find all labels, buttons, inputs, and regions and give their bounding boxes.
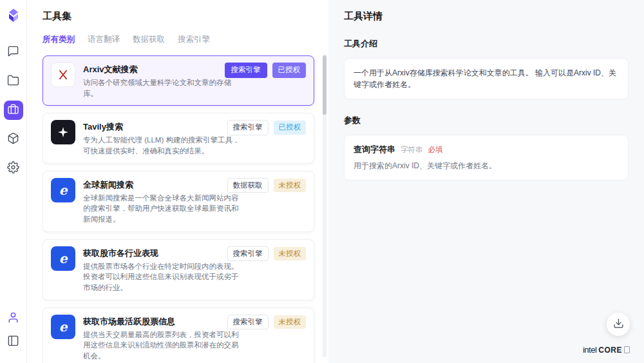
auth-status-badge: 已授权: [274, 121, 307, 135]
tool-name: 获取市场最活跃股票信息: [83, 315, 245, 327]
tool-name: 获取股市各行业表现: [83, 246, 245, 259]
download-icon: [613, 318, 624, 331]
intel-core-logo: intel CORE: [583, 345, 630, 355]
category-badge: 数据获取: [227, 178, 269, 193]
chat-icon: [7, 45, 19, 60]
core-wordmark: CORE: [598, 346, 622, 355]
tool-description: 专为人工智能代理 (LLM) 构建的搜索引擎工具，可快速提供实时、准确和真实的结…: [83, 135, 245, 156]
efinance-icon: e: [51, 178, 75, 202]
core-badge-box: [624, 346, 630, 353]
tab-search-engine[interactable]: 搜索引擎: [178, 34, 210, 45]
tool-description: 提供当天交易量最高的股票列表，投资者可以利用这些信息来识别流动性强的股票和潜在的…: [83, 329, 245, 362]
gear-icon: [7, 161, 19, 176]
tool-badges: 搜索引擎 未授权: [227, 246, 307, 262]
tool-name: Arxiv文献搜索: [83, 63, 245, 75]
app-window: 工具集 所有类别 语言翻译 数据获取 搜索引擎 Arxiv文献搜索 访问各个研究…: [0, 0, 644, 363]
tool-badges: 搜索引擎 未授权: [227, 315, 307, 330]
scrollbar-thumb[interactable]: [323, 55, 327, 115]
tool-card-list: Arxiv文献搜索 访问各个研究领域大量科学论文和文章的存储库。 搜索引擎 已授…: [43, 55, 319, 363]
category-badge: 搜索引擎: [227, 246, 269, 262]
tool-info: 全球新闻搜索 全球新闻搜索是一个聚合全球各大新闻网站内容的搜索引擎，帮助用户快速…: [83, 178, 245, 225]
category-badge: 搜索引擎: [227, 120, 269, 135]
sidebar-item-user[interactable]: [4, 309, 23, 328]
param-name: 查询字符串: [354, 144, 395, 155]
tool-card[interactable]: e 获取股市各行业表现 提供股票市场各个行业在特定时间段内的表现。投资者可以利用…: [43, 239, 314, 300]
intel-wordmark: intel: [583, 345, 596, 355]
param-description: 用于搜索的Arxiv ID、关键字或作者姓名。: [354, 161, 619, 172]
tool-card[interactable]: e 全球新闻搜索 全球新闻搜索是一个聚合全球各大新闻网站内容的搜索引擎，帮助用户…: [43, 171, 314, 232]
tool-badges: 搜索引擎 已授权: [227, 120, 307, 135]
intro-section-title: 工具介绍: [344, 38, 629, 50]
arxiv-icon: [51, 63, 75, 87]
scrollbar[interactable]: [323, 54, 327, 357]
tool-list-title: 工具集: [43, 10, 319, 23]
sidebar-item-settings[interactable]: [4, 159, 23, 178]
tab-language-translation[interactable]: 语言翻译: [88, 34, 120, 45]
tool-description: 访问各个研究领域大量科学论文和文章的存储库。: [83, 77, 245, 99]
param-header: 查询字符串 字符串 必填: [354, 144, 619, 155]
tool-detail-panel: 工具详情 工具介绍 一个用于从Arxiv存储库搜索科学论文和文章的工具。 输入可…: [328, 0, 644, 363]
auth-status-badge: 已授权: [272, 63, 307, 78]
tab-data-fetch[interactable]: 数据获取: [133, 34, 165, 45]
category-badge: 搜索引擎: [227, 315, 269, 330]
sidebar-item-collapse[interactable]: [4, 332, 23, 351]
tool-card[interactable]: Tavily搜索 专为人工智能代理 (LLM) 构建的搜索引擎工具，可快速提供实…: [43, 113, 314, 163]
tool-card[interactable]: e 获取市场最活跃股票信息 提供当天交易量最高的股票列表，投资者可以利用这些信息…: [43, 308, 314, 363]
auth-status-badge: 未授权: [274, 179, 307, 193]
param-required-badge: 必填: [428, 145, 443, 155]
tool-info: Tavily搜索 专为人工智能代理 (LLM) 构建的搜索引擎工具，可快速提供实…: [83, 120, 245, 156]
tool-info: 获取市场最活跃股票信息 提供当天交易量最高的股票列表，投资者可以利用这些信息来识…: [83, 315, 245, 362]
efinance-icon: e: [51, 315, 75, 339]
tab-all-categories[interactable]: 所有类别: [43, 34, 75, 45]
params-section-title: 参数: [344, 115, 629, 126]
category-badge: 搜索引擎: [225, 63, 267, 78]
tool-name: Tavily搜索: [83, 120, 245, 132]
auth-status-badge: 未授权: [274, 315, 307, 329]
box-icon: [7, 132, 19, 147]
tool-card[interactable]: Arxiv文献搜索 访问各个研究领域大量科学论文和文章的存储库。 搜索引擎 已授…: [43, 55, 314, 106]
sidebar-item-tools[interactable]: [4, 101, 23, 120]
intro-text: 一个用于从Arxiv存储库搜索科学论文和文章的工具。 输入可以是Arxiv ID…: [354, 67, 619, 90]
app-logo-icon: [6, 8, 21, 23]
tool-badges: 搜索引擎 已授权: [225, 63, 307, 78]
sidebar-item-plugins[interactable]: [4, 130, 23, 149]
tool-name: 全球新闻搜索: [83, 178, 245, 190]
detail-title: 工具详情: [344, 10, 629, 23]
tool-info: 获取股市各行业表现 提供股票市场各个行业在特定时间段内的表现。投资者可以利用这些…: [83, 246, 245, 293]
tool-description: 全球新闻搜索是一个聚合全球各大新闻网站内容的搜索引擎，帮助用户快速获取全球最新资…: [83, 193, 245, 225]
icon-rail: [0, 0, 27, 363]
tool-badges: 数据获取 未授权: [227, 178, 307, 193]
param-card: 查询字符串 字符串 必填 用于搜索的Arxiv ID、关键字或作者姓名。: [344, 135, 629, 181]
folder-icon: [7, 74, 19, 89]
efinance-icon: e: [51, 246, 75, 271]
intro-card: 一个用于从Arxiv存储库搜索科学论文和文章的工具。 输入可以是Arxiv ID…: [344, 58, 629, 99]
layout-icon: [7, 335, 19, 349]
sidebar-item-files[interactable]: [4, 72, 23, 91]
sidebar-item-chat[interactable]: [4, 43, 23, 62]
auth-status-badge: 未授权: [274, 247, 307, 261]
briefcase-icon: [7, 103, 19, 118]
download-button[interactable]: [607, 313, 630, 336]
user-icon: [7, 311, 19, 326]
param-type: 字符串: [401, 145, 423, 155]
category-tabs: 所有类别 语言翻译 数据获取 搜索引擎: [43, 34, 319, 45]
tool-description: 提供股票市场各个行业在特定时间段内的表现。投资者可以利用这些信息来识别表现优于或…: [83, 261, 245, 293]
tool-list-panel: 工具集 所有类别 语言翻译 数据获取 搜索引擎 Arxiv文献搜索 访问各个研究…: [27, 0, 328, 363]
tavily-icon: [51, 120, 75, 144]
tool-info: Arxiv文献搜索 访问各个研究领域大量科学论文和文章的存储库。: [83, 63, 245, 99]
